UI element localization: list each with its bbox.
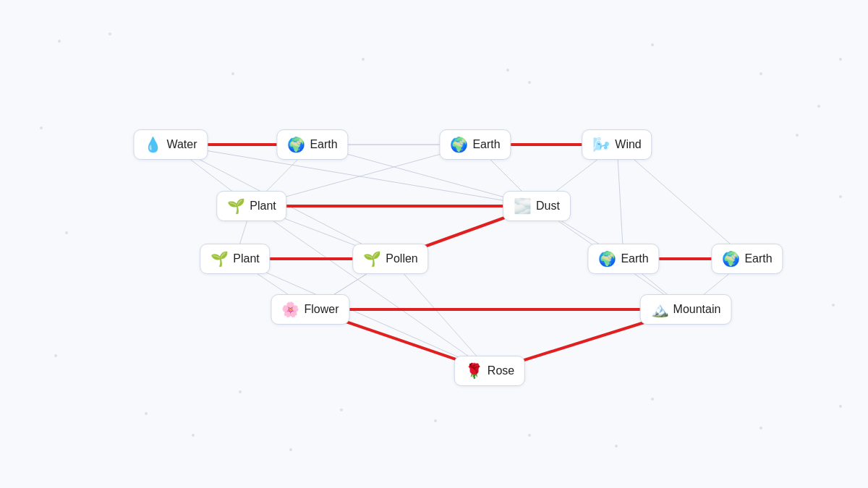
node-plant1[interactable]: 🌱Plant	[216, 191, 286, 221]
pollen-label: Pollen	[386, 252, 417, 265]
node-earth3[interactable]: 🌍Earth	[587, 244, 659, 274]
earth1-icon: 🌍	[287, 136, 305, 153]
flower-icon: 🌸	[281, 301, 299, 318]
plant1-label: Plant	[250, 200, 276, 213]
plant2-label: Plant	[233, 252, 259, 265]
dust-label: Dust	[536, 200, 560, 213]
canvas: 💧Water🌍Earth🌍Earth🌬️Wind🌱Plant🌫️Dust🌱Pla…	[0, 0, 868, 488]
rose-label: Rose	[488, 364, 514, 377]
node-rose[interactable]: 🌹Rose	[454, 356, 525, 386]
node-plant2[interactable]: 🌱Plant	[200, 244, 270, 274]
gray-connection	[617, 145, 624, 259]
node-pollen[interactable]: 🌱Pollen	[352, 244, 428, 274]
node-earth1[interactable]: 🌍Earth	[276, 129, 348, 160]
earth2-icon: 🌍	[450, 136, 468, 153]
node-earth4[interactable]: 🌍Earth	[711, 244, 783, 274]
earth2-label: Earth	[472, 138, 500, 151]
dust-icon: 🌫️	[514, 197, 532, 215]
node-dust[interactable]: 🌫️Dust	[503, 191, 571, 221]
earth3-label: Earth	[621, 252, 648, 265]
gray-connection	[617, 145, 747, 259]
earth1-label: Earth	[310, 138, 337, 151]
mountain-label: Mountain	[673, 303, 721, 316]
node-mountain[interactable]: 🏔️Mountain	[640, 294, 732, 325]
water-label: Water	[166, 138, 197, 151]
plant2-icon: 🌱	[210, 250, 229, 267]
earth3-icon: 🌍	[598, 250, 616, 267]
earth4-label: Earth	[744, 252, 772, 265]
water-icon: 💧	[144, 136, 162, 153]
flower-label: Flower	[304, 303, 339, 316]
node-earth2[interactable]: 🌍Earth	[439, 129, 511, 160]
earth4-icon: 🌍	[722, 250, 740, 267]
node-flower[interactable]: 🌸Flower	[271, 294, 349, 325]
gray-connection	[252, 206, 490, 371]
plant1-icon: 🌱	[227, 197, 245, 215]
wind-label: Wind	[615, 138, 641, 151]
rose-icon: 🌹	[465, 362, 483, 380]
mountain-icon: 🏔️	[651, 301, 669, 318]
wind-icon: 🌬️	[592, 136, 610, 153]
pollen-icon: 🌱	[363, 250, 381, 267]
node-water[interactable]: 💧Water	[133, 129, 208, 160]
node-wind[interactable]: 🌬️Wind	[582, 129, 652, 160]
